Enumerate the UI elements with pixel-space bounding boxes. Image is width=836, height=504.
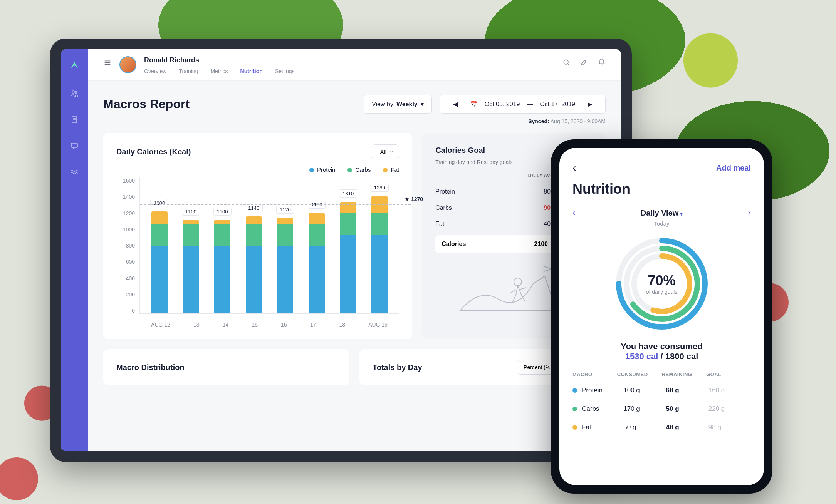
macro-row: Fat50 g48 g98 g (572, 418, 751, 437)
view-prev-icon[interactable]: ‹ (572, 208, 575, 218)
chat-icon[interactable] (69, 141, 79, 151)
macro-row: Protein100 g68 g168 g (572, 381, 751, 400)
view-subtitle: Today (572, 220, 751, 227)
waves-icon[interactable] (69, 167, 79, 177)
date-to: Oct 17, 2019 (540, 101, 575, 108)
macro-table: MACRO CONSUMED REMAINING GOAL Protein100… (572, 372, 751, 437)
tabs: Overview Training Metrics Nutrition Sett… (144, 68, 555, 80)
chart-filter-select[interactable]: All (372, 144, 399, 159)
tablet-device: Ronald Richards Overview Training Metric… (50, 39, 632, 462)
svg-point-0 (72, 91, 74, 93)
user-name: Ronald Richards (144, 56, 555, 64)
ring-subtitle: of daily goals (646, 289, 678, 295)
legend-fat: Fat (383, 166, 399, 173)
view-next-icon[interactable]: › (748, 208, 751, 218)
bell-icon[interactable] (598, 59, 606, 68)
add-meal-button[interactable]: Add meal (716, 164, 751, 172)
col-goal: GOAL (706, 372, 751, 377)
page-title: Macros Report (103, 97, 356, 111)
topbar: Ronald Richards Overview Training Metric… (88, 49, 621, 81)
date-from: Oct 05, 2019 (485, 101, 520, 108)
col-consumed: CONSUMED (617, 372, 662, 377)
calories-chart: 16001400120010008006004002000 1200110011… (116, 177, 399, 328)
menu-icon[interactable] (103, 59, 112, 69)
svg-point-5 (514, 278, 522, 286)
goal-head-avg: DAILY AVG (515, 173, 554, 178)
tab-settings[interactable]: Settings (275, 68, 295, 80)
totals-title: Totals by Day (373, 363, 517, 372)
sidebar (61, 49, 88, 451)
progress-ring: 70% of daily goals (612, 234, 712, 334)
view-by-select[interactable]: View by Weekly ▾ (364, 95, 432, 114)
chart-title: Daily Calories (Kcal) (116, 147, 372, 156)
legend-protein: Protein (309, 166, 336, 173)
col-remaining: REMAINING (662, 372, 707, 377)
svg-point-4 (564, 60, 568, 64)
back-button[interactable]: ‹ (572, 162, 576, 174)
phone-page-title: Nutrition (572, 181, 751, 197)
ring-percent: 70% (648, 273, 675, 289)
tab-nutrition[interactable]: Nutrition (240, 68, 263, 80)
view-by-value: Weekly (396, 101, 418, 108)
document-icon[interactable] (69, 115, 79, 125)
date-prev-icon[interactable]: ◀ (448, 100, 463, 108)
macro-distribution-card: Macro Distribution (103, 349, 349, 385)
daily-calories-card: Daily Calories (Kcal) All Protein Carbs … (103, 133, 412, 339)
tab-overview[interactable]: Overview (144, 68, 166, 80)
chevron-down-icon: ▾ (421, 100, 424, 108)
date-next-icon[interactable]: ▶ (582, 100, 598, 108)
view-select[interactable]: Daily View (641, 209, 683, 218)
consumed-values: 1530 cal / 1800 cal (572, 352, 751, 362)
date-sep: — (527, 101, 533, 108)
legend-carbs: Carbs (347, 166, 371, 173)
phone-device: ‹ Add meal Nutrition ‹ Daily View › Toda… (551, 139, 772, 494)
svg-point-1 (75, 92, 77, 94)
consumed-label: You have consumed (572, 342, 751, 352)
app-logo-icon (69, 60, 80, 72)
clients-icon[interactable] (69, 89, 79, 99)
synced-text: Synced: Aug 15, 2020 · 9:00AM (103, 118, 606, 124)
col-macro: MACRO (572, 372, 617, 377)
avatar[interactable] (119, 56, 136, 73)
tab-metrics[interactable]: Metrics (210, 68, 228, 80)
macro-row: Carbs170 g50 g220 g (572, 400, 751, 418)
calendar-icon: 📅 (470, 100, 478, 108)
chart-legend: Protein Carbs Fat (116, 166, 399, 173)
date-range-picker[interactable]: ◀ 📅 Oct 05, 2019 — Oct 17, 2019 ▶ (440, 95, 606, 114)
rocket-icon[interactable] (580, 59, 588, 68)
tab-training[interactable]: Training (179, 68, 198, 80)
search-icon[interactable] (562, 59, 570, 68)
macro-dist-title: Macro Distribution (116, 363, 336, 372)
view-by-prefix: View by (372, 101, 393, 108)
